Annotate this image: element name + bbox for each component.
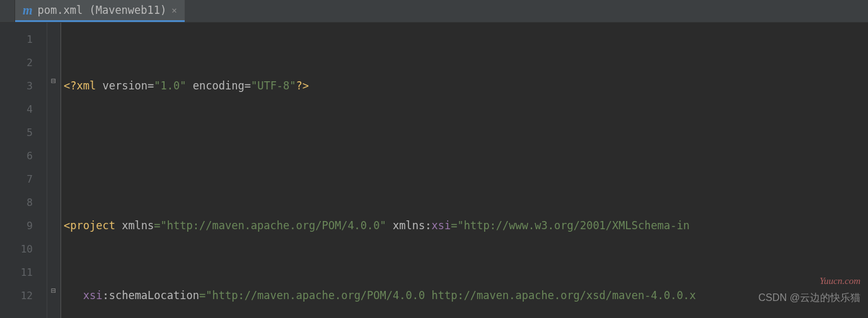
editor[interactable]: 1 2 3 4 5 6 7 8 9 10 11 12 ⊟ ⊟ <?xml ver… [0,23,868,318]
eq: = [245,79,251,92]
fold-column: ⊟ ⊟ [47,23,61,318]
pi-name: xml [76,79,102,92]
line-number: 10 [0,237,47,261]
line-number: 2 [0,51,47,74]
line-gutter: 1 2 3 4 5 6 7 8 9 10 11 12 [0,23,47,318]
code-area[interactable]: <?xml version="1.0" encoding="UTF-8"?> <… [61,23,868,318]
line-number: 5 [0,121,47,144]
ide-root: m pom.xml (Mavenweb11) ✕ 1 2 3 4 5 6 7 8… [0,0,868,318]
line-number: 12 [0,284,47,307]
attr: xmlns: [393,219,431,232]
line-number: 3 [0,74,47,98]
attr: version [102,79,148,92]
fold-open-icon[interactable]: ⊟ [49,77,58,86]
tab-title: pom.xml (Mavenweb11) [38,4,167,16]
pi-close: ?> [296,79,309,92]
close-icon[interactable]: ✕ [171,5,176,15]
code-line: xsi:schemaLocation="http://maven.apache.… [61,284,868,307]
eq: = [148,79,154,92]
value: "http://www.w3.org/2001/XMLSchema-in [457,219,689,232]
attr: schemaLocation [109,289,199,302]
sp [386,219,393,232]
maven-icon: m [23,3,33,18]
tab-bar: m pom.xml (Mavenweb11) ✕ [0,0,868,23]
value: "http://maven.apache.org/POM/4.0.0" [161,219,386,232]
bracket: < [64,219,70,232]
fold-close-icon[interactable]: ⊟ [49,287,58,295]
colon: : [102,289,108,302]
attr: encoding [193,79,245,92]
value: "1.0" [154,79,186,92]
eq: = [451,219,457,232]
value: "http://maven.apache.org/POM/4.0.0 http:… [205,289,696,302]
line-number: 4 [0,98,47,121]
code-line: <?xml version="1.0" encoding="UTF-8"?> [61,74,868,98]
ns: xsi [83,289,103,302]
line-number: 11 [0,261,47,284]
eq: = [154,219,160,232]
code-line: <project xmlns="http://maven.apache.org/… [61,214,868,237]
eq: = [199,289,205,302]
tag: project [70,219,122,232]
line-number: 1 [0,28,47,51]
value: "UTF-8" [251,79,296,92]
attr: xmlns [122,219,154,232]
pi-open: <? [64,79,76,92]
ns: xsi [431,219,451,232]
line-number: 6 [0,144,47,168]
watermark: CSDN @云边的快乐猫 [758,286,860,309]
line-number: 8 [0,191,47,214]
line-number: 7 [0,168,47,191]
code-line [61,144,868,168]
indent [64,289,83,302]
sp [187,79,193,92]
line-number: 9 [0,214,47,237]
tool-strip[interactable] [0,0,15,22]
file-tab-pom[interactable]: m pom.xml (Mavenweb11) ✕ [15,0,185,22]
